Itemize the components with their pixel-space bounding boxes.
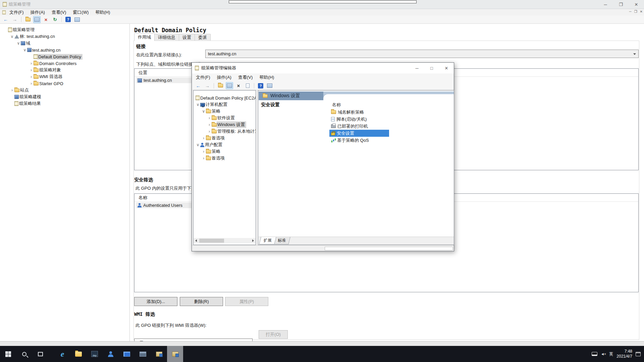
taskbar-app-ldap[interactable]: dap	[87, 346, 103, 362]
dialog-maximize-button[interactable]: □	[424, 63, 439, 73]
tree-item-results[interactable]: 组策略结果	[0, 100, 129, 107]
dialog-minimize-button[interactable]: ─	[410, 63, 424, 73]
dialog-result-pane: Windows 设置 安全设置 名称 域名解析策略 «»脚本(启动/关机) 已部…	[258, 90, 454, 245]
dialog-menu-help[interactable]: 帮助(H)	[256, 73, 277, 81]
menu-view[interactable]: 查看(V)	[48, 9, 69, 15]
tab-extended[interactable]: 扩展	[259, 237, 276, 244]
tree-item-forest[interactable]: ∨林: test.authing.cn	[0, 33, 129, 40]
pane-col-header[interactable]: 名称	[332, 102, 341, 108]
tree-horizontal-scrollbar[interactable]	[194, 238, 256, 243]
tab-details[interactable]: 详细信息	[154, 34, 179, 41]
scroll-left-icon[interactable]	[194, 238, 199, 243]
item-deployed-printers[interactable]: 已部署的打印机	[329, 123, 450, 130]
scroll-right-icon[interactable]	[251, 238, 256, 243]
dlg-tree-admin-templates[interactable]: ›管理模板: 从本地计算	[194, 128, 256, 135]
dlg-tree-user-policies[interactable]: ›策略	[194, 148, 256, 155]
mdi-restore-button[interactable]: ❐	[634, 10, 637, 13]
dlg-tree-root[interactable]: Default Domain Policy [EC2A	[194, 95, 256, 101]
tree-item-starter-gpo[interactable]: ›Starter GPO	[0, 80, 129, 87]
dlg-tree-preferences[interactable]: ›首选项	[194, 135, 256, 141]
help-icon[interactable]: ?	[257, 82, 264, 89]
menu-help[interactable]: 帮助(H)	[92, 9, 113, 15]
tree-item-gpo-objects[interactable]: ›组策略对象	[0, 67, 129, 73]
tree-item-modeling[interactable]: 组策略建模	[0, 94, 129, 100]
tree-item-wmi-filters[interactable]: ›WMI 筛选器	[0, 73, 129, 80]
domain-icon	[138, 78, 142, 82]
tree-item-domain-controllers[interactable]: ›Domain Controllers	[0, 60, 129, 67]
tree-item-root[interactable]: 组策略管理	[0, 26, 129, 33]
mdi-minimize-button[interactable]: ─	[629, 10, 632, 13]
new-window-icon[interactable]	[266, 82, 273, 89]
tree-item-domain[interactable]: ∨test.authing.cn	[0, 47, 129, 53]
dlg-tree-computer-config[interactable]: ∨计算机配置	[194, 101, 256, 108]
menu-file[interactable]: 文件(F)	[6, 9, 27, 15]
minimize-button[interactable]: ─	[598, 0, 613, 9]
dialog-close-button[interactable]: ✕	[439, 63, 454, 73]
ime-indicator[interactable]: 英	[609, 351, 613, 357]
dlg-tree-user-config[interactable]: ∨用户配置	[194, 141, 256, 148]
up-one-level-icon[interactable]	[24, 16, 32, 23]
tab-scope[interactable]: 作用域	[134, 33, 155, 41]
taskbar-app-console1[interactable]	[151, 346, 167, 362]
dlg-tree-software-settings[interactable]: ›软件设置	[194, 115, 256, 121]
console-icon	[8, 27, 12, 32]
taskbar-app-console2-active[interactable]	[167, 346, 183, 362]
new-window-icon[interactable]	[73, 16, 81, 23]
ad-users-icon	[108, 351, 113, 357]
show-console-tree-icon[interactable]	[33, 16, 41, 23]
item-policy-qos[interactable]: 基于策略的 QoS	[329, 137, 450, 144]
delete-icon[interactable]: ×	[235, 82, 242, 89]
delete-icon[interactable]: ×	[42, 16, 50, 23]
show-console-tree-icon[interactable]	[226, 82, 233, 89]
taskbar-clock[interactable]: 7:48 2021/4/7	[616, 349, 632, 359]
close-button[interactable]: ✕	[629, 0, 644, 9]
refresh-icon[interactable]: ↻	[51, 16, 59, 23]
dlg-tree-policies[interactable]: ∨策略	[194, 108, 256, 115]
search-button[interactable]	[16, 346, 32, 362]
tab-settings[interactable]: 设置	[179, 34, 195, 41]
touch-keyboard-icon[interactable]	[592, 352, 597, 356]
dlg-tree-windows-settings[interactable]: ›Windows 设置	[194, 121, 256, 128]
action-center-icon[interactable]	[636, 352, 641, 356]
export-list-icon[interactable]: →	[244, 82, 251, 89]
item-scripts[interactable]: «»脚本(启动/关机)	[329, 116, 450, 123]
back-icon[interactable]: ←	[195, 82, 202, 89]
maximize-button[interactable]: ❐	[613, 0, 629, 9]
dlg-tree-user-preferences[interactable]: ›首选项	[194, 155, 256, 162]
help-icon[interactable]: ?	[64, 16, 72, 23]
dialog-menu-action[interactable]: 操作(A)	[214, 73, 235, 81]
start-button[interactable]	[0, 346, 16, 362]
remove-button[interactable]: 删除(R)	[180, 297, 223, 306]
scrollbar-thumb[interactable]	[199, 239, 224, 243]
volume-muted-icon[interactable]: ◄×	[601, 352, 606, 356]
display-links-dropdown[interactable]: test.authing.cn	[205, 50, 639, 58]
tab-delegation[interactable]: 委派	[195, 34, 211, 41]
dialog-toolbar: ← → × → ?	[192, 81, 454, 90]
menu-window[interactable]: 窗口(W)	[69, 9, 92, 15]
starter-gpo-folder-icon	[34, 82, 39, 85]
add-button[interactable]: 添加(D)...	[134, 297, 177, 306]
file-explorer-icon	[75, 352, 82, 357]
taskbar-app-tools[interactable]	[135, 346, 151, 362]
app-icon	[3, 2, 7, 7]
taskbar-app-ie[interactable]: e	[54, 346, 70, 362]
tree-item-sites[interactable]: ›站点	[0, 87, 129, 94]
taskbar-app-ad-users[interactable]	[103, 346, 119, 362]
properties-button[interactable]: 属性(P)	[225, 297, 268, 306]
taskbar-app-explorer[interactable]	[70, 346, 87, 362]
item-security-settings[interactable]: 安全设置	[329, 130, 389, 137]
forward-icon[interactable]: →	[204, 82, 211, 89]
back-icon[interactable]: ←	[2, 16, 9, 23]
taskbar-app-display[interactable]	[119, 346, 135, 362]
dialog-menu-file[interactable]: 文件(F)	[193, 73, 214, 81]
task-view-button[interactable]	[32, 346, 48, 362]
open-button[interactable]: 打开(O)	[259, 330, 288, 339]
dialog-menu-view[interactable]: 查看(V)	[235, 73, 256, 81]
mdi-close-button[interactable]: ✕	[640, 10, 643, 13]
forward-icon[interactable]: →	[11, 16, 18, 23]
tree-item-domains[interactable]: ∨域	[0, 40, 129, 47]
tree-item-default-domain-policy[interactable]: Default Domain Policy	[0, 53, 129, 60]
up-one-level-icon[interactable]	[217, 82, 224, 89]
item-dns-policy[interactable]: 域名解析策略	[329, 109, 450, 116]
menu-action[interactable]: 操作(A)	[27, 9, 48, 15]
